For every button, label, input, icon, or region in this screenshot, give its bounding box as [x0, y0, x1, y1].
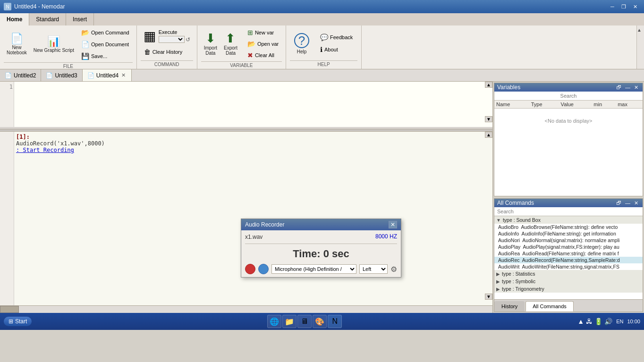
- import-data-button[interactable]: ⬇ ImportData: [201, 30, 220, 58]
- dialog-title-bar: Audio Recorder ✕: [241, 219, 401, 230]
- tab-home[interactable]: Home: [0, 13, 29, 25]
- export-data-button[interactable]: ⬆ ExportData: [221, 30, 240, 58]
- taskbar-paint[interactable]: 🎨: [313, 315, 327, 328]
- commands-panel: All Commands 🗗 — ✕ ▼ type : Sound Box Au…: [494, 198, 643, 312]
- h-scroll-thumb[interactable]: [0, 306, 19, 313]
- battery-icon[interactable]: 🔋: [594, 318, 602, 325]
- dialog-close-button[interactable]: ✕: [389, 221, 397, 228]
- ribbon: Home Standard Insert 📄 NewNotebook 📊 New…: [0, 13, 644, 69]
- execute-select[interactable]: [159, 36, 185, 43]
- category-statistics[interactable]: ▶ type : Statistics: [494, 270, 643, 278]
- new-var-button[interactable]: ⊞ New var: [244, 27, 282, 38]
- ribbon-collapse-icon[interactable]: ▲: [637, 27, 642, 33]
- taskbar-nemodar[interactable]: N: [328, 315, 342, 328]
- dialog-channel-select[interactable]: LeftRightStereo: [359, 264, 388, 274]
- commands-panel-minimize[interactable]: —: [624, 200, 632, 206]
- open-var-button[interactable]: 📂 Open var: [244, 39, 282, 49]
- taskbar-folder[interactable]: 📁: [282, 315, 297, 328]
- title-bar: N Untitled4 - Nemodar ─ ❐ ✕: [0, 0, 644, 13]
- volume-icon[interactable]: 🔊: [604, 318, 612, 325]
- tab-untitled4[interactable]: 📄 Untitled4 ✕: [83, 69, 132, 81]
- ribbon-group-file: 📄 NewNotebook 📊 New Graphic Script 📂 Ope…: [0, 25, 137, 69]
- open-document-label: Open Document: [91, 42, 129, 47]
- tab-untitled2[interactable]: 📄 Untitled2: [0, 69, 41, 81]
- save-button[interactable]: 💾 Save...: [78, 51, 133, 61]
- about-button[interactable]: ℹ About: [317, 44, 356, 55]
- start-label: Start: [15, 318, 27, 325]
- tab-insert[interactable]: Insert: [66, 13, 94, 25]
- dialog-settings-icon[interactable]: ⚙: [390, 265, 397, 274]
- new-notebook-button[interactable]: 📄 NewNotebook: [4, 32, 30, 57]
- variables-search[interactable]: [494, 92, 643, 101]
- variables-panel-restore[interactable]: 🗗: [615, 84, 623, 91]
- category-statistics-label: type : Statistics: [502, 271, 535, 277]
- execute-reload-icon[interactable]: ↺: [186, 36, 190, 43]
- tab-untitled2-icon: 📄: [5, 72, 12, 79]
- dialog-record-button[interactable]: [245, 264, 255, 274]
- lower-scroll-down[interactable]: ▼: [485, 294, 492, 300]
- open-command-label: Open Command: [91, 30, 129, 35]
- scroll-down-arrow[interactable]: ▼: [485, 116, 492, 122]
- variables-panel-minimize[interactable]: —: [624, 84, 632, 91]
- commands-search[interactable]: [494, 207, 643, 216]
- line-number-1: 1: [1, 84, 13, 90]
- cmd-audioread[interactable]: AudioRea AudioRead(FileName:string): def…: [494, 250, 643, 257]
- help-button[interactable]: ? Help: [291, 31, 312, 56]
- open-document-button[interactable]: 📄 Open Document: [78, 39, 133, 50]
- code-label: [1]:: [16, 134, 30, 140]
- tab-untitled3[interactable]: 📄 Untitled3: [41, 69, 82, 81]
- commands-panel-close[interactable]: ✕: [633, 200, 640, 206]
- open-command-button[interactable]: 📂 Open Command: [78, 27, 133, 38]
- cmd-audiorecord[interactable]: AudioRec AudioRecord(FileName:string,Sam…: [494, 257, 643, 263]
- about-icon: ℹ: [320, 46, 322, 53]
- code-link[interactable]: : Start Recording: [16, 147, 74, 153]
- category-symbolic-label: type : Symbolic: [502, 278, 535, 284]
- history-tab[interactable]: History: [494, 301, 525, 311]
- taskbar-explorer[interactable]: 🖥: [297, 315, 312, 328]
- code-line-1: [1]:: [16, 134, 483, 140]
- start-button[interactable]: ⊞ Start: [4, 317, 32, 326]
- scroll-up-arrow[interactable]: ▲: [485, 82, 492, 88]
- system-tray: ▲ 🖧 🔋 🔊: [577, 318, 612, 325]
- dialog-stop-button[interactable]: [258, 264, 269, 274]
- network-icon[interactable]: 🖧: [586, 318, 593, 325]
- new-graphic-script-icon: 📊: [47, 36, 60, 47]
- cmd-audioplay[interactable]: AudioPlay AudioPlay(signal:matrix,FS:int…: [494, 244, 643, 250]
- clear-history-label: Clear History: [153, 49, 183, 55]
- clear-history-button[interactable]: 🗑 Clear History: [141, 47, 186, 57]
- clock: 10:00: [627, 319, 640, 324]
- dialog-title-text: Audio Recorder: [245, 221, 284, 228]
- taskbar-right: ▲ 🖧 🔋 🔊 EN 10:00: [577, 318, 640, 325]
- commands-panel-restore[interactable]: 🗗: [615, 200, 623, 206]
- close-button[interactable]: ✕: [630, 2, 640, 11]
- execute-button[interactable]: ▦ Execute ↺: [141, 27, 193, 45]
- taskbar-left: ⊞ Start: [4, 317, 32, 326]
- lower-scroll-up[interactable]: ▲: [485, 132, 492, 138]
- new-graphic-script-button[interactable]: 📊 New Graphic Script: [31, 34, 77, 55]
- category-symbolic[interactable]: ▶ type : Symbolic: [494, 278, 643, 285]
- horizontal-scrollbar[interactable]: [0, 305, 492, 313]
- taskbar-ie[interactable]: 🌐: [267, 315, 281, 328]
- category-sound-box[interactable]: ▼ type : Sound Box: [494, 216, 643, 224]
- restore-button[interactable]: ❐: [619, 2, 629, 11]
- title-bar-controls[interactable]: ─ ❐ ✕: [607, 2, 640, 11]
- cmd-audionorm[interactable]: AudioNori AudioNormal(signal:matrix): no…: [494, 237, 643, 244]
- clear-history-icon: 🗑: [144, 48, 151, 56]
- category-trigonometry[interactable]: ▶ type : Trigonometry: [494, 285, 643, 293]
- cmd-audioinfo[interactable]: AudioInfo AudioInfo(FileName:string): ge…: [494, 230, 643, 237]
- cmd-audiowrite[interactable]: AudioWrit AudioWrite(FileName:string,sig…: [494, 263, 643, 270]
- variables-panel-close[interactable]: ✕: [633, 84, 640, 91]
- open-var-label: Open var: [257, 41, 279, 47]
- all-commands-tab[interactable]: All Commands: [525, 301, 574, 311]
- lower-scrollbar: ▲ ▼: [485, 132, 492, 305]
- clear-all-button[interactable]: ✖ Clear All: [244, 50, 282, 60]
- dialog-microphone-select[interactable]: Microphone (High Definition /: [271, 264, 356, 274]
- feedback-button[interactable]: 💬 Feedback: [317, 32, 356, 42]
- open-document-icon: 📄: [81, 41, 89, 48]
- tab-standard[interactable]: Standard: [29, 13, 66, 25]
- upper-editor-content[interactable]: [14, 82, 485, 127]
- cmd-audiobrowse[interactable]: AudioBro AudioBrowse(FileName:string): d…: [494, 224, 643, 230]
- up-arrow-icon[interactable]: ▲: [577, 318, 584, 325]
- minimize-button[interactable]: ─: [607, 2, 618, 11]
- tab-untitled4-close[interactable]: ✕: [120, 72, 127, 78]
